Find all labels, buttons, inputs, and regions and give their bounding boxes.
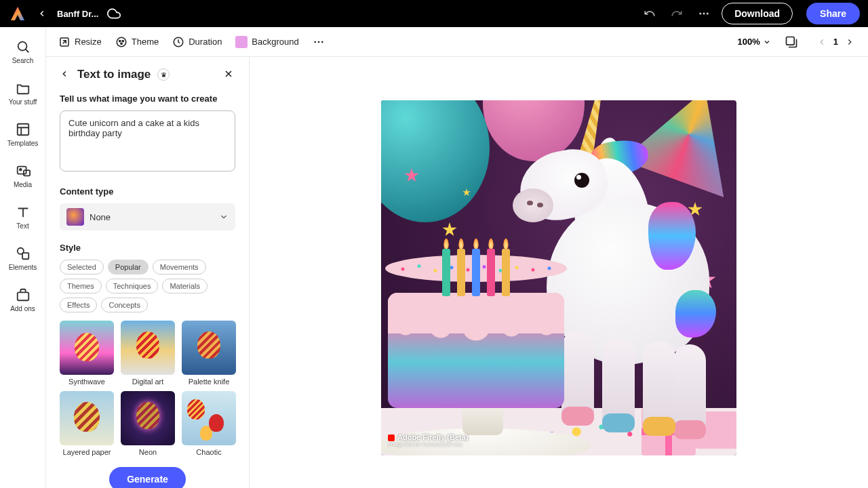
content-type-label: Content type: [60, 186, 235, 197]
download-button[interactable]: Download: [722, 3, 793, 24]
style-tab-effects[interactable]: Effects: [60, 298, 97, 312]
chevron-down-icon: [763, 38, 771, 46]
theme-icon: [115, 36, 127, 48]
more-menu-button[interactable]: [694, 4, 713, 23]
image-watermark: Adobe Firefly (Beta) Image Not for Comme…: [388, 433, 469, 447]
style-thumb: [60, 391, 114, 445]
rail-label: Add ons: [10, 305, 35, 312]
svg-point-12: [117, 37, 126, 47]
tool-theme[interactable]: Theme: [115, 36, 159, 48]
svg-point-6: [19, 169, 21, 171]
svg-rect-9: [22, 253, 28, 259]
svg-point-2: [707, 13, 709, 15]
content-type-thumb: [66, 208, 84, 226]
svg-point-3: [18, 42, 26, 51]
tool-label: Theme: [132, 37, 159, 47]
tool-label: Background: [252, 37, 298, 47]
cloud-sync-icon[interactable]: [106, 6, 121, 21]
generate-button[interactable]: Generate: [109, 467, 186, 488]
chevron-down-icon: [219, 212, 229, 222]
undo-button[interactable]: [640, 4, 659, 23]
rail-label: Your stuff: [9, 98, 37, 106]
redo-button[interactable]: [667, 4, 686, 23]
rail-elements[interactable]: Elements: [0, 241, 45, 277]
panel-title: Text to image: [77, 68, 151, 81]
style-neon[interactable]: Neon: [121, 391, 175, 456]
tool-background[interactable]: Background: [235, 36, 298, 48]
svg-point-1: [703, 13, 705, 15]
style-thumb: [121, 321, 175, 375]
style-tab-techniques[interactable]: Techniques: [106, 279, 159, 293]
rail-label: Text: [16, 222, 28, 230]
style-section: Style Selected Popular Movements Themes …: [60, 243, 235, 488]
tool-duration[interactable]: Duration: [172, 36, 222, 48]
tool-label: Duration: [189, 37, 222, 47]
style-chaotic[interactable]: Chaotic: [182, 391, 236, 456]
content-type-select[interactable]: None: [60, 203, 235, 230]
content-type-value: None: [90, 212, 111, 222]
style-tab-themes[interactable]: Themes: [60, 279, 102, 293]
rail-label: Elements: [9, 264, 37, 271]
svg-point-0: [699, 13, 701, 15]
layers-button[interactable]: [785, 35, 798, 49]
svg-rect-4: [17, 124, 28, 136]
style-synthwave[interactable]: Synthwave: [60, 321, 114, 386]
page-navigation: 1: [816, 36, 856, 48]
page-prev[interactable]: [816, 36, 828, 48]
share-button[interactable]: Share: [806, 3, 860, 24]
tool-more[interactable]: [313, 36, 325, 48]
content-type-section: Content type None: [60, 186, 235, 230]
prompt-input[interactable]: [60, 110, 235, 171]
rail-label: Media: [14, 181, 32, 188]
style-grid: Synthwave Digital art Palette knife Laye…: [60, 321, 235, 456]
style-palette-knife[interactable]: Palette knife: [182, 321, 236, 386]
panel-close-button[interactable]: [223, 68, 235, 81]
style-thumb: [60, 321, 114, 375]
left-rail: Search Your stuff Templates Media Text E…: [0, 27, 46, 488]
style-tab-selected[interactable]: Selected: [60, 260, 104, 274]
style-tab-materials[interactable]: Materials: [162, 279, 208, 293]
svg-rect-20: [786, 37, 794, 45]
tool-resize[interactable]: Resize: [58, 36, 102, 48]
rail-templates[interactable]: Templates: [0, 117, 45, 152]
background-swatch: [235, 36, 248, 48]
rail-your-stuff[interactable]: Your stuff: [0, 75, 45, 111]
style-thumb: [121, 391, 175, 445]
rail-label: Search: [12, 57, 34, 64]
style-tab-popular[interactable]: Popular: [108, 260, 149, 274]
premium-icon: ♛: [157, 68, 170, 81]
rail-label: Templates: [7, 140, 39, 147]
style-thumb: [182, 391, 236, 445]
back-button[interactable]: [35, 7, 49, 20]
rail-text[interactable]: Text: [0, 199, 45, 235]
rail-search[interactable]: Search: [0, 34, 45, 70]
style-tab-concepts[interactable]: Concepts: [101, 298, 147, 312]
svg-point-19: [321, 41, 323, 43]
prompt-label: Tell us what image you want to create: [60, 94, 235, 104]
style-label: Style: [60, 243, 235, 253]
document-title[interactable]: Banff Dr...: [57, 9, 98, 19]
page-number: 1: [833, 37, 838, 47]
svg-point-13: [119, 40, 120, 41]
canvas-toolbar: Resize Theme Duration Background 100% 1: [46, 27, 868, 57]
style-digital-art[interactable]: Digital art: [121, 321, 175, 386]
rail-addons[interactable]: Add ons: [0, 282, 45, 318]
style-tab-movements[interactable]: Movements: [153, 260, 206, 274]
app-header: Banff Dr... Download Share: [0, 0, 868, 27]
zoom-value: 100%: [738, 37, 760, 47]
app-logo[interactable]: [8, 4, 27, 23]
svg-rect-10: [17, 292, 28, 300]
svg-point-17: [314, 41, 316, 43]
panel-back-button[interactable]: [60, 69, 71, 80]
generated-image[interactable]: Adobe Firefly (Beta) Image Not for Comme…: [381, 100, 736, 455]
svg-point-18: [317, 41, 319, 43]
canvas-area[interactable]: Adobe Firefly (Beta) Image Not for Comme…: [250, 57, 868, 488]
tool-label: Resize: [75, 37, 102, 47]
clock-icon: [172, 36, 184, 48]
rail-media[interactable]: Media: [0, 158, 45, 194]
zoom-control[interactable]: 100%: [738, 37, 771, 47]
page-next[interactable]: [844, 36, 856, 48]
style-tabs: Selected Popular Movements Themes Techni…: [60, 260, 235, 312]
style-thumb: [182, 321, 236, 375]
style-layered-paper[interactable]: Layered paper: [60, 391, 114, 456]
